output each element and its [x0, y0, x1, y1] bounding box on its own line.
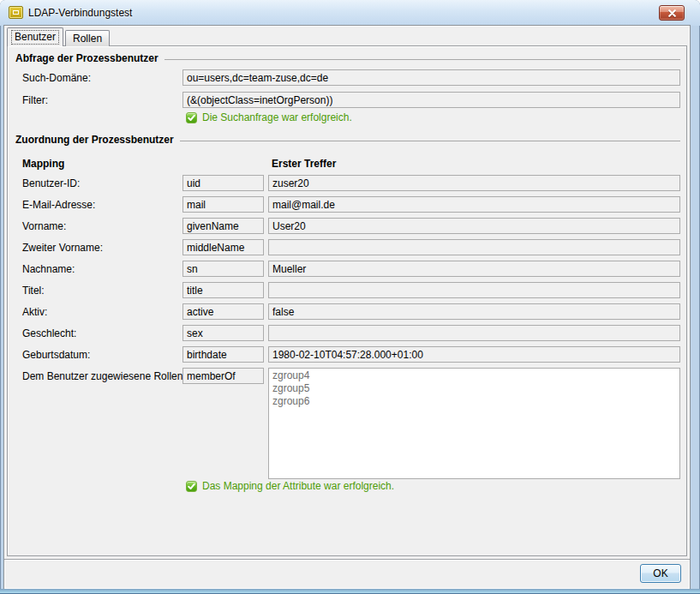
row-label: Zweiter Vorname: [22, 242, 103, 254]
assigned-roles-textarea[interactable]: zgroup4 zgroup5 zgroup6 [268, 368, 680, 479]
row-label: Geschlecht: [22, 327, 76, 339]
value-field[interactable] [268, 261, 680, 277]
query-success-message: Die Suchanfrage war erfolgreich. [202, 111, 352, 123]
row-label: Dem Benutzer zugewiesene Rollen: [22, 370, 186, 382]
column-header-first-hit: Erster Treffer [272, 158, 336, 170]
value-field[interactable] [268, 282, 680, 298]
close-button[interactable] [659, 5, 685, 21]
titlebar: LDAP-Verbindungstest [0, 0, 700, 26]
mapping-row: Titel: [0, 282, 700, 298]
mapping-success-row: Das Mapping der Attribute war erfolgreic… [186, 480, 394, 492]
tab-benutzer[interactable]: Benutzer [7, 27, 63, 46]
attribute-field[interactable] [182, 282, 264, 298]
search-domain-field[interactable] [182, 69, 680, 86]
mapping-success-message: Das Mapping der Attribute war erfolgreic… [202, 480, 394, 492]
mapping-row: Geschlecht: [0, 325, 700, 341]
mapping-row: Nachname: [0, 261, 700, 277]
ldap-test-dialog: LDAP-Verbindungstest Benutzer Rollen Abf… [0, 0, 700, 594]
value-field[interactable] [268, 325, 680, 341]
filter-field[interactable] [182, 92, 680, 108]
check-icon [186, 481, 197, 492]
window-bottom-edge [0, 589, 700, 594]
window-icon [9, 6, 23, 19]
column-header-mapping: Mapping [22, 158, 64, 170]
section-header-query: Abfrage der Prozessbenutzer [15, 52, 680, 65]
ok-button-label: OK [653, 567, 667, 579]
search-domain-label: Such-Domäne: [22, 72, 91, 84]
tab-strip: Benutzer Rollen [7, 27, 110, 46]
row-label: E-Mail-Adresse: [22, 199, 95, 211]
attribute-field[interactable] [182, 346, 264, 363]
attribute-field[interactable] [182, 368, 264, 384]
section-header-mapping: Zuordnung der Prozessbenutzer [15, 134, 680, 147]
row-label: Aktiv: [22, 306, 47, 318]
row-label: Geburtsdatum: [22, 349, 90, 361]
footer-divider [4, 559, 690, 560]
value-field[interactable] [268, 303, 680, 320]
tab-rollen-label: Rollen [69, 33, 105, 45]
value-field[interactable] [268, 175, 680, 191]
value-field[interactable] [268, 218, 680, 234]
value-field[interactable] [268, 239, 680, 255]
row-label: Vorname: [22, 220, 66, 232]
attribute-field[interactable] [182, 239, 264, 255]
ok-button[interactable]: OK [640, 564, 681, 583]
value-field[interactable] [268, 346, 680, 363]
filter-label: Filter: [22, 94, 48, 106]
tab-benutzer-label: Benutzer [11, 30, 59, 45]
attribute-field[interactable] [182, 175, 264, 191]
section-title: Zuordnung der Prozessbenutzer [15, 134, 174, 147]
mapping-row: E-Mail-Adresse: [0, 196, 700, 213]
section-title: Abfrage der Prozessbenutzer [15, 52, 159, 65]
close-icon [668, 9, 676, 17]
mapping-row: Benutzer-ID: [0, 175, 700, 191]
window-title: LDAP-Verbindungstest [28, 7, 132, 19]
row-label: Nachname: [22, 263, 75, 275]
attribute-field[interactable] [182, 325, 264, 341]
mapping-row: Zweiter Vorname: [0, 239, 700, 255]
row-label: Titel: [22, 285, 45, 297]
attribute-field[interactable] [182, 261, 264, 277]
query-success-row: Die Suchanfrage war erfolgreich. [186, 111, 352, 123]
tab-rollen[interactable]: Rollen [65, 30, 110, 46]
value-field[interactable] [268, 196, 680, 213]
mapping-row: Vorname: [0, 218, 700, 234]
section-rule [165, 59, 680, 60]
attribute-field[interactable] [182, 303, 264, 320]
row-label: Benutzer-ID: [22, 177, 80, 189]
section-rule [180, 141, 680, 141]
check-icon [186, 112, 197, 123]
attribute-field[interactable] [182, 218, 264, 234]
mapping-row: Geburtsdatum: [0, 346, 700, 363]
attribute-field[interactable] [182, 196, 264, 213]
mapping-row: Aktiv: [0, 303, 700, 320]
